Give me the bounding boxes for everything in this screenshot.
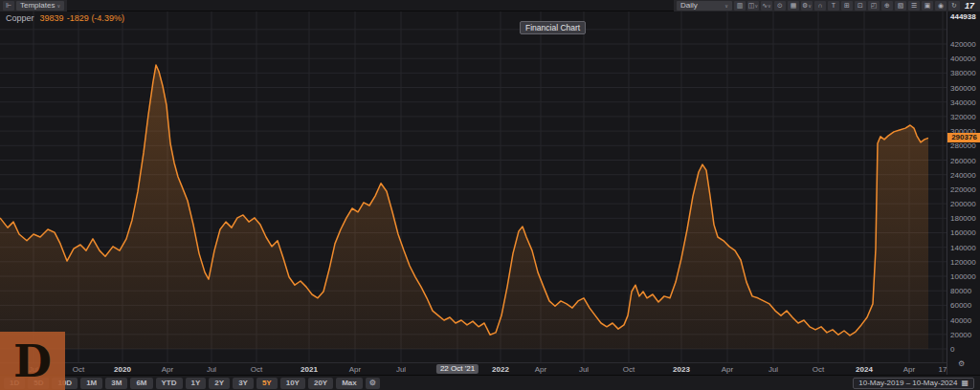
y-axis-label: 400000 bbox=[950, 54, 976, 63]
y-axis-label: 80000 bbox=[950, 287, 971, 295]
range-button-10y[interactable]: 10Y bbox=[280, 378, 305, 389]
y-axis-label: 40000 bbox=[950, 316, 971, 325]
range-button-3y[interactable]: 3Y bbox=[233, 378, 254, 389]
change-value: -1829 bbox=[67, 13, 89, 23]
y-axis-label: 280000 bbox=[950, 141, 976, 150]
charting-app: ⊩ Templates ∨ Daily ∨ ▥◫∨∿∨⊙▦⚙∨∩T⊞⊡◰⊕▧☰▣… bbox=[0, 0, 980, 390]
x-axis-label: Oct bbox=[73, 365, 84, 374]
y-axis-label: 0 bbox=[950, 345, 954, 354]
x-axis-label: Apr bbox=[903, 365, 915, 374]
reset-icon[interactable]: ↻ bbox=[948, 1, 960, 11]
frames-icon[interactable]: ⊞ bbox=[841, 1, 853, 11]
x-axis-label: 2021 bbox=[301, 365, 318, 374]
axis-max-label: 444938 bbox=[950, 12, 976, 21]
x-axis-label: 2023 bbox=[673, 365, 690, 374]
calendar-icon: ▦ bbox=[961, 379, 969, 388]
chevron-down-icon: ∨ bbox=[724, 1, 728, 11]
interval-label: Daily bbox=[680, 1, 698, 11]
time-axis[interactable]: JulOct2020AprJulOct2021AprJul22 Oct '212… bbox=[0, 362, 947, 375]
range-button-6m[interactable]: 6M bbox=[130, 378, 152, 389]
x-axis-label: Apr bbox=[535, 365, 546, 374]
camera-icon[interactable]: ◉ bbox=[935, 1, 947, 11]
save-icon[interactable]: ▣ bbox=[922, 1, 933, 11]
chevron-down-icon: ∨ bbox=[768, 3, 771, 9]
bottom-toolbar: 1D5D10D1M3M6MYTD1Y2Y3Y5Y10Y20YMax ⚙ 10-M… bbox=[0, 375, 980, 390]
templates-group: ⊩ Templates ∨ bbox=[0, 0, 67, 11]
last-value: 39839 bbox=[40, 13, 64, 23]
x-axis-label: Apr bbox=[722, 365, 733, 374]
chart-tools-group: Daily ∨ ▥◫∨∿∨⊙▦⚙∨∩T⊞⊡◰⊕▧☰▣◉↻17 bbox=[674, 0, 980, 11]
y-axis-label: 340000 bbox=[950, 98, 976, 107]
range-button-max[interactable]: Max bbox=[336, 378, 363, 389]
date-range-picker[interactable]: 10-May-2019 – 10-May-2024 ▦ bbox=[853, 378, 974, 389]
settings-icon[interactable]: ⚙∨ bbox=[801, 1, 813, 11]
toolbar-icons: ▥◫∨∿∨⊙▦⚙∨∩T⊞⊡◰⊕▧☰▣◉↻17 bbox=[734, 1, 977, 11]
x-axis-label: 2020 bbox=[114, 365, 131, 374]
watchlist-panel-icon[interactable]: ⊩ bbox=[3, 1, 14, 11]
x-axis-label: Apr bbox=[349, 365, 361, 374]
y-axis-label: 100000 bbox=[950, 272, 976, 281]
range-button-3m[interactable]: 3M bbox=[105, 378, 127, 389]
x-axis-label: Oct bbox=[251, 365, 262, 374]
x-axis-label: Oct bbox=[623, 365, 635, 374]
watermark-letter: D bbox=[13, 339, 52, 383]
templates-dropdown[interactable]: Templates ∨ bbox=[16, 1, 64, 11]
change-percent: (-4.39%) bbox=[91, 13, 124, 23]
chevron-down-icon: ∨ bbox=[56, 1, 60, 11]
y-axis-label: 120000 bbox=[950, 258, 976, 267]
indicators-icon[interactable]: ∿∨ bbox=[761, 1, 772, 11]
x-axis-label: 2022 bbox=[492, 365, 509, 374]
y-axis-label: 20000 bbox=[950, 331, 971, 339]
text-tool-icon[interactable]: T bbox=[828, 1, 839, 11]
fullscreen-icon[interactable]: ◰ bbox=[868, 1, 880, 11]
range-button-5y[interactable]: 5Y bbox=[256, 378, 278, 389]
snapshot-icon[interactable]: ▧ bbox=[895, 1, 906, 11]
x-axis-label: Jul bbox=[768, 365, 778, 374]
series-legend[interactable]: Copper39839 -1829 (-4.39%) bbox=[6, 13, 124, 23]
magnet-icon[interactable]: ∩ bbox=[814, 1, 826, 11]
date-range-label: 10-May-2019 – 10-May-2024 bbox=[858, 379, 957, 388]
interval-dropdown[interactable]: Daily ∨ bbox=[677, 1, 732, 11]
zoom-icon[interactable]: ⊕ bbox=[881, 1, 893, 11]
x-axis-label: Jul bbox=[396, 365, 406, 374]
y-axis-label: 260000 bbox=[950, 157, 976, 165]
templates-label: Templates bbox=[20, 1, 55, 11]
tradingview-logo-icon[interactable]: 17 bbox=[962, 1, 977, 11]
x-axis-label: Apr bbox=[162, 365, 173, 374]
y-axis-label: 360000 bbox=[950, 84, 976, 93]
range-button-1y[interactable]: 1Y bbox=[186, 378, 207, 389]
candlestick-icon[interactable]: ◫∨ bbox=[747, 1, 759, 11]
crosshair-date-label: 22 Oct '21 bbox=[436, 364, 479, 374]
layout-grid-icon[interactable]: ▦ bbox=[788, 1, 799, 11]
x-axis-label: Oct bbox=[813, 365, 824, 374]
watermark-logo: D bbox=[0, 332, 65, 390]
y-axis-label: 180000 bbox=[950, 214, 976, 223]
symbol-name: Copper bbox=[6, 13, 34, 23]
y-axis-label: 160000 bbox=[950, 228, 976, 237]
range-button-20y[interactable]: 20Y bbox=[308, 378, 333, 389]
price-scale-settings-icon[interactable]: ⚙ bbox=[958, 359, 965, 368]
range-settings-icon[interactable]: ⚙ bbox=[366, 378, 380, 389]
y-axis-label: 60000 bbox=[950, 301, 971, 310]
last-price-tag: 290376 bbox=[947, 133, 980, 142]
range-button-ytd[interactable]: YTD bbox=[156, 378, 183, 389]
chevron-down-icon: ∨ bbox=[808, 3, 812, 9]
y-axis-label: 240000 bbox=[950, 171, 976, 180]
chevron-down-icon: ∨ bbox=[754, 3, 758, 9]
y-axis-label: 200000 bbox=[950, 200, 976, 208]
chart-title-tooltip: Financial Chart bbox=[520, 21, 586, 34]
alert-icon[interactable]: ⊙ bbox=[774, 1, 786, 11]
y-axis-label: 220000 bbox=[950, 185, 976, 194]
range-button-1m[interactable]: 1M bbox=[80, 378, 102, 389]
y-axis-label: 320000 bbox=[950, 113, 976, 121]
y-axis-label: 140000 bbox=[950, 244, 976, 252]
price-axis[interactable]: 444938 020000400006000080000100000120000… bbox=[947, 11, 980, 375]
fit-content-icon[interactable]: ⊡ bbox=[855, 1, 866, 11]
y-axis-label: 380000 bbox=[950, 69, 976, 77]
x-axis-label: Jul bbox=[207, 365, 216, 374]
price-chart[interactable] bbox=[0, 0, 980, 390]
list-icon[interactable]: ☰ bbox=[908, 1, 920, 11]
range-button-2y[interactable]: 2Y bbox=[209, 378, 230, 389]
chart-type-icon[interactable]: ▥ bbox=[734, 1, 746, 11]
x-axis-label: Jul bbox=[579, 365, 589, 374]
